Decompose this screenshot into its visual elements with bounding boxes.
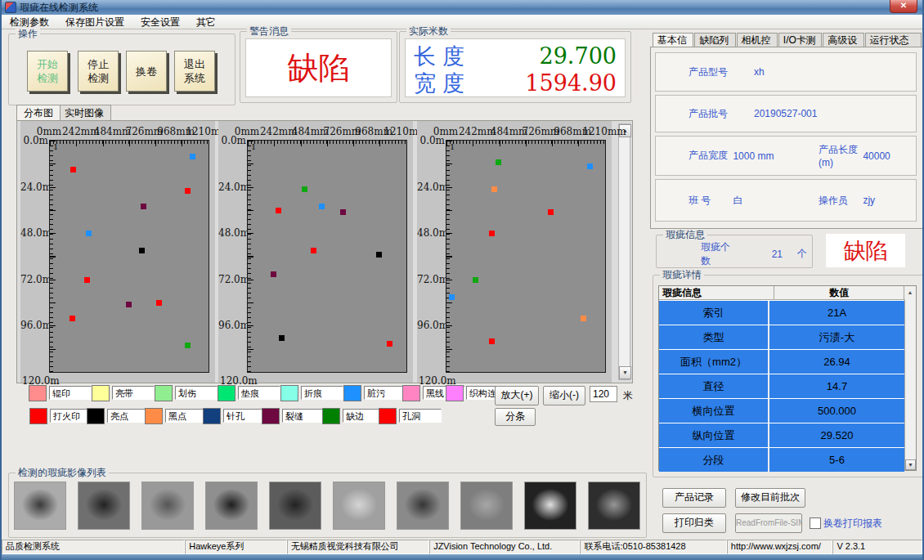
tab-高级设置[interactable]: 高级设置 [823,33,863,47]
y-tick-label: 0.0m [218,135,246,146]
op-button-1[interactable]: 停止 检测 [78,51,119,92]
defect-marker[interactable] [185,188,191,194]
op-button-3[interactable]: 退出 系统 [174,51,215,92]
defect-marker[interactable] [86,231,92,236]
defect-thumbnail-7[interactable] [397,482,449,530]
zoom-out-button[interactable]: 缩小(-) [543,386,585,405]
status-bar: 品质检测系统Hawkeye系列无锡精质视觉科技有限公司JZVision Tech… [2,540,922,554]
menu-item-0[interactable]: 检测参数 [2,16,57,29]
menu-item-3[interactable]: 其它 [188,16,224,29]
defect-thumbnail-6[interactable] [333,482,385,530]
tab-基本信息[interactable]: 基本信息 [653,33,693,47]
defect-marker[interactable] [84,277,90,283]
thumbnail-group: 检测的瑕疵影像列表 [8,473,647,538]
detail-key: 分段 [659,448,769,472]
detail-row-6[interactable]: 分段5-6 [659,448,904,472]
legend-swatch-针孔 [203,408,221,424]
header-value: 数值 [774,286,904,299]
menu-item-2[interactable]: 安全设置 [132,16,188,29]
tab-运行状态信息[interactable]: 运行状态信息 [865,33,922,47]
status-cell-3: JZVision Technology Co., Ltd. [429,540,580,554]
table-scroll-down-icon[interactable]: ▼ [905,459,916,470]
defect-marker[interactable] [185,343,191,348]
defect-marker[interactable] [70,167,76,172]
defect-thumbnail-2[interactable] [78,482,130,530]
defect-marker[interactable] [126,302,132,307]
defect-marker[interactable] [319,204,325,209]
defect-marker[interactable] [190,154,195,159]
product-record-button[interactable]: 产品记录 [662,488,726,508]
detail-key: 直径 [659,374,769,398]
defect-marker[interactable] [311,248,316,253]
defect-thumbnail-3[interactable] [141,482,194,530]
defect-marker[interactable] [139,248,145,253]
menu-item-1[interactable]: 保存图片设置 [57,16,132,29]
close-button[interactable]: ✕ [890,0,917,13]
meters-input[interactable]: 120 [590,386,617,402]
modify-batch-button[interactable]: 修改目前批次 [735,488,805,508]
table-scroll-up-icon[interactable]: ▲ [904,286,916,299]
detail-row-5[interactable]: 纵向位置29.520 [659,423,904,447]
tab-分布图[interactable]: 分布图 [16,105,61,120]
plot-area[interactable]: 1 [247,140,407,373]
zoom-in-button[interactable]: 放大(+) [495,386,539,405]
defect-thumbnail-5[interactable] [269,482,321,530]
defect-marker[interactable] [473,277,478,283]
defect-marker[interactable] [340,209,346,215]
defect-marker[interactable] [581,316,586,321]
legend-label-亮点: 亮点 [107,409,150,423]
scroll-down-arrow-icon[interactable]: ▼ [619,366,631,379]
op-button-0[interactable]: 开始 检测 [27,51,68,92]
print-classify-button[interactable]: 打印归类 [662,513,726,533]
defect-marker[interactable] [141,204,146,209]
plot-area[interactable]: 1 [446,140,606,373]
product-label: 产品长度(m) [819,143,863,168]
meter-label-0: 长度 [414,42,500,71]
defect-marker[interactable] [276,208,281,213]
defect-thumbnail-4[interactable] [205,482,258,530]
defect-thumbnail-10[interactable] [588,482,640,530]
defect-count-label: 瑕疵个数 [701,240,739,268]
defect-marker[interactable] [587,164,593,169]
print-report-checkbox[interactable] [810,517,821,529]
defect-marker[interactable] [449,294,455,300]
defect-marker[interactable] [271,271,276,277]
plots-vertical-scrollbar[interactable]: ▲ ▼ [618,123,630,380]
title-bar: 瑕疵在线检测系统 ✕ [2,0,922,15]
legend-label-折痕: 折痕 [301,386,343,400]
table-scrollbar[interactable]: ▼ [904,299,916,470]
y-major-ticks [248,141,253,372]
defect-marker[interactable] [489,231,495,236]
tab-相机控制[interactable]: 相机控制 [737,33,778,47]
plot-area[interactable]: 1 [49,140,209,373]
op-button-2[interactable]: 换卷 [126,51,167,92]
legend-swatch-缺边 [322,408,340,424]
tab-I/O卡测试[interactable]: I/O卡测试 [778,33,822,47]
defect-thumbnail-9[interactable] [524,482,576,530]
defect-thumbnail-1[interactable] [14,482,66,530]
defect-marker[interactable] [156,300,162,306]
meter-readout: 长度29.700宽度1594.90 [405,38,626,97]
defect-marker[interactable] [376,252,382,258]
product-row-2: 产品宽度1000 mm产品长度(m)40000 [655,136,917,176]
detail-row-4[interactable]: 横向位置500.000 [659,399,904,423]
detail-row-1[interactable]: 类型污渍-大 [659,325,904,349]
defect-marker[interactable] [302,186,307,192]
meter-row-0: 长度29.700 [414,43,617,69]
detail-row-0[interactable]: 索引21A [659,301,904,325]
detail-row-2[interactable]: 面积（mm2）26.94 [659,350,904,374]
defect-marker[interactable] [489,338,495,344]
tab-缺陷列表[interactable]: 缺陷列表 [694,33,735,47]
defect-marker[interactable] [491,186,497,192]
defect-marker[interactable] [70,316,75,321]
split-button[interactable]: 分条 [495,408,536,426]
defect-marker[interactable] [279,335,285,341]
status-cell-4: 联系电话:0510-85381428 [580,540,726,554]
defect-marker[interactable] [387,341,392,347]
detail-row-3[interactable]: 直径14.7 [659,374,904,398]
tab-实时图像[interactable]: 实时图像 [57,105,111,120]
legend-swatch-脏污 [343,385,361,401]
defect-marker[interactable] [496,159,501,165]
defect-thumbnail-8[interactable] [460,482,513,530]
defect-marker[interactable] [548,209,554,215]
